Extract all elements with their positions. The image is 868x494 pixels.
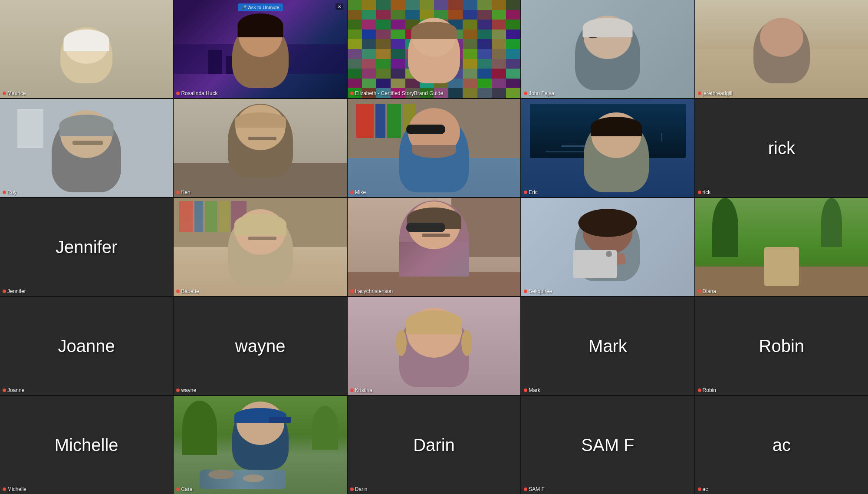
participant-label-diana: Diana: [698, 288, 716, 294]
participant-cell-robin[interactable]: Robin Robin: [695, 297, 868, 395]
participant-label-rick: rick: [698, 189, 711, 195]
participant-large-name-jennifer: Jennifer: [56, 237, 117, 257]
participant-large-name-michelle: Michelle: [55, 435, 118, 455]
participant-large-name-wayne: wayne: [235, 336, 286, 356]
participant-cell-roy[interactable]: Roy: [0, 99, 173, 197]
participant-label-samf: SAM F: [524, 486, 545, 492]
participant-cell-eric[interactable]: Eric: [521, 99, 694, 197]
participant-large-name-darin: Darin: [413, 435, 455, 455]
participant-label-jerethreadgill: jerethreadgill: [698, 90, 733, 96]
participant-label-mark: Mark: [524, 387, 540, 393]
participant-cell-kristina[interactable]: Kristina: [348, 297, 520, 395]
participant-cell-jerethreadgill[interactable]: jerethreadgill: [695, 0, 868, 98]
participant-label-kristina: Kristina: [350, 387, 372, 393]
participant-label-wayne: wayne: [176, 387, 196, 393]
participant-label-babette: Babette: [176, 288, 199, 294]
participant-cell-michelle[interactable]: Michelle Michelle: [0, 396, 173, 494]
participant-label-jennifer: Jennifer: [3, 288, 26, 294]
ask-unmute-badge[interactable]: Ask to Unmute: [238, 3, 283, 11]
participant-cell-sekquiree[interactable]: Sekquiree: [521, 198, 694, 296]
participant-cell-mark[interactable]: Mark Mark: [521, 297, 694, 395]
participant-label-cara: Cara: [176, 486, 192, 492]
participant-cell-joanne[interactable]: Joanne Joanne: [0, 297, 173, 395]
participant-label-tracy: tracychristenson: [350, 288, 393, 294]
participant-cell-tracy[interactable]: tracychristenson: [348, 198, 520, 296]
participant-cell-wayne[interactable]: wayne wayne: [174, 297, 346, 395]
participant-label-eric: Eric: [524, 189, 538, 195]
participant-label-robin: Robin: [698, 387, 716, 393]
participant-cell-elizabeth[interactable]: Elizabeth - Certified StoryBrand Guide: [348, 0, 520, 98]
participant-label-joanne: Joanne: [3, 387, 24, 393]
participant-cell-ken[interactable]: Ken: [174, 99, 346, 197]
video-grid: Maurice Ask to Unmute ✕ Rosalinda Huck: [0, 0, 868, 494]
participant-large-name-joanne: Joanne: [58, 336, 115, 356]
participant-label-ac: ac: [698, 486, 708, 492]
participant-label-ken: Ken: [176, 189, 190, 195]
participant-cell-john[interactable]: John Fejsa: [521, 0, 694, 98]
participant-label-sekquiree: Sekquiree: [524, 288, 552, 294]
participant-cell-rosalinda[interactable]: Ask to Unmute ✕ Rosalinda Huck: [174, 0, 346, 98]
close-button[interactable]: ✕: [335, 3, 343, 10]
participant-label-darin: Darin: [350, 486, 368, 492]
participant-cell-samf[interactable]: SAM F SAM F: [521, 396, 694, 494]
participant-label-elizabeth: Elizabeth - Certified StoryBrand Guide: [350, 90, 443, 96]
participant-cell-rick[interactable]: rick rick: [695, 99, 868, 197]
participant-large-name-samf: SAM F: [581, 435, 634, 455]
participant-large-name-robin: Robin: [759, 336, 805, 356]
participant-large-name-rick: rick: [768, 138, 795, 158]
participant-label-john: John Fejsa: [524, 90, 554, 96]
participant-cell-diana[interactable]: Diana: [695, 198, 868, 296]
participant-cell-ac[interactable]: ac ac: [695, 396, 868, 494]
participant-label-maurice: Maurice: [3, 90, 26, 96]
participant-large-name-ac: ac: [773, 435, 791, 455]
participant-cell-jennifer[interactable]: Jennifer Jennifer: [0, 198, 173, 296]
participant-label-rosalinda: Rosalinda Huck: [176, 90, 217, 96]
participant-cell-babette[interactable]: Babette: [174, 198, 346, 296]
participant-label-mike: Mike: [350, 189, 366, 195]
participant-large-name-mark: Mark: [589, 336, 627, 356]
participant-cell-mike[interactable]: Mike: [348, 99, 520, 197]
participant-cell-maurice[interactable]: Maurice: [0, 0, 173, 98]
participant-cell-darin[interactable]: Darin Darin: [348, 396, 520, 494]
participant-cell-cara[interactable]: Cara: [174, 396, 346, 494]
participant-label-roy: Roy: [3, 189, 16, 195]
participant-label-michelle: Michelle: [3, 486, 26, 492]
